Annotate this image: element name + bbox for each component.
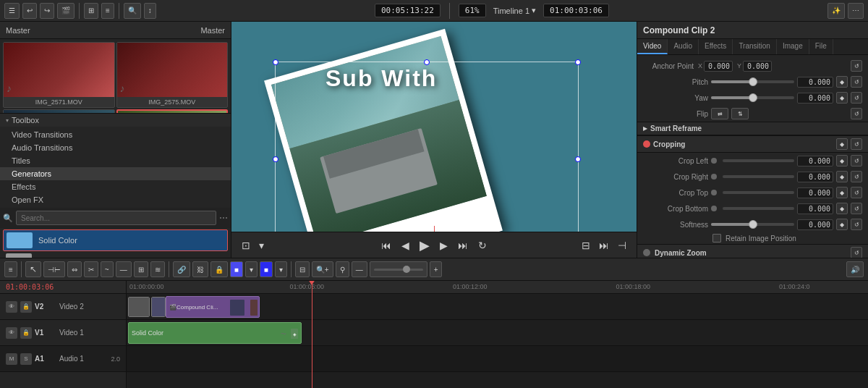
zoom-fit-btn[interactable]: ⊟ (295, 261, 310, 277)
crop-left-reset-btn[interactable]: ↺ (851, 155, 862, 166)
dynamic-zoom-reset-btn[interactable]: ↺ (851, 247, 862, 258)
sidebar-item-effects[interactable]: Effects (0, 180, 231, 193)
cropping-reset-btn[interactable]: ↺ (851, 138, 862, 150)
sidebar-item-titles[interactable]: Titles (0, 154, 231, 167)
yaw-value[interactable]: 0.000 (797, 93, 833, 104)
crop-bottom-reset-btn[interactable]: ↺ (851, 203, 862, 214)
list-view-btn[interactable]: ≡ (101, 3, 114, 19)
media-item-selected[interactable]: IMG_7982.JPG (116, 109, 229, 113)
audio-level-btn[interactable]: 🔊 (846, 261, 864, 277)
dynamic-trim-btn[interactable]: ⇔ (67, 261, 82, 277)
loop-btn[interactable]: ↻ (475, 238, 490, 253)
timeline-dropdown-icon[interactable]: ▾ (532, 6, 536, 15)
marker-dropdown[interactable]: ▾ (275, 261, 287, 277)
flip-reset-btn[interactable]: ↺ (851, 108, 862, 119)
playhead-timecode[interactable]: 01:00:03:06 (543, 4, 609, 17)
toolbox-header[interactable]: ▾ Toolbox (0, 114, 231, 127)
media-item[interactable]: IMG_2638.MOV (3, 109, 115, 113)
trim-tool-btn[interactable]: ⊣⊢ (43, 261, 65, 277)
crop-bottom-slider[interactable] (723, 207, 794, 210)
tab-file[interactable]: File (809, 39, 833, 54)
search-btn[interactable]: 🔍 (124, 3, 141, 19)
a1-mute-icon[interactable]: M (6, 353, 17, 365)
crop-left-keyframe-btn[interactable]: ◆ (836, 155, 848, 166)
lock-btn[interactable]: 🔒 (210, 261, 228, 277)
marker-btn[interactable]: ■ (260, 261, 273, 277)
smart-reframe-section[interactable]: ▶ Smart Reframe (637, 122, 868, 135)
v1-solid-color-clip[interactable]: Solid Color 〜 ◈ (128, 322, 302, 344)
play-btn[interactable]: ▶ (417, 236, 433, 255)
timeline-settings-btn[interactable]: ≡ (4, 261, 17, 277)
undo-btn[interactable]: ↩ (22, 3, 37, 19)
razor-btn[interactable]: ✂ (84, 261, 98, 277)
tab-effects[interactable]: Effects (699, 39, 733, 54)
frame-size-btn[interactable]: ⊡ (239, 238, 253, 253)
crop-top-slider[interactable] (723, 191, 794, 194)
tab-transition[interactable]: Transition (733, 39, 777, 54)
softness-slider[interactable] (711, 223, 794, 226)
zoom-max-btn[interactable]: + (430, 261, 443, 277)
cropping-keyframe-btn[interactable]: ◆ (836, 138, 848, 150)
v1-lock-icon[interactable]: 🔒 (20, 327, 32, 339)
grid-view-btn[interactable]: ⊞ (84, 3, 98, 19)
v1-eye-icon[interactable]: 👁 (6, 327, 17, 339)
search-options-icon[interactable]: ⋯ (219, 213, 228, 223)
sidebar-item-audio-transitions[interactable]: Audio Transitions (0, 141, 231, 154)
tab-image[interactable]: Image (777, 39, 809, 54)
generator-window[interactable]: Window (3, 251, 228, 258)
dynamic-zoom-dot[interactable] (643, 249, 650, 256)
retain-image-checkbox[interactable] (712, 234, 721, 242)
pitch-value[interactable]: 0.000 (797, 77, 833, 88)
step-back-btn[interactable]: ◀ (399, 238, 412, 253)
crop-left-slider[interactable] (723, 159, 794, 162)
zoom-out-btn[interactable]: ⚲ (336, 261, 349, 277)
sort-btn[interactable]: ↕ (144, 3, 156, 19)
zoom-in-btn[interactable]: 🔍+ (312, 261, 333, 277)
anchor-reset-btn[interactable]: ↺ (851, 60, 862, 72)
pitch-keyframe-btn[interactable]: ◆ (836, 76, 848, 88)
tab-video[interactable]: Video (637, 39, 668, 54)
media-item[interactable]: ♪ IMG_2571.MOV (3, 42, 115, 108)
tab-audio[interactable]: Audio (668, 39, 699, 54)
a1-solo-icon[interactable]: S (20, 353, 32, 365)
track-select-btn[interactable]: — (116, 261, 132, 277)
yaw-slider[interactable] (711, 96, 794, 99)
media-icon-btn[interactable]: 🎬 (57, 3, 75, 19)
v2-mini-clip-1[interactable] (128, 297, 150, 317)
flip-h-btn[interactable]: ⇄ (711, 108, 728, 119)
redo-btn[interactable]: ↪ (40, 3, 54, 19)
v2-compound-clip[interactable]: 🎬 Compound Cli... (166, 296, 260, 318)
speed-change-btn[interactable]: ≋ (150, 261, 165, 277)
chain-btn[interactable]: ⛓ (192, 261, 208, 277)
select-tool-btn[interactable]: ↖ (25, 261, 41, 277)
media-browser-tab[interactable]: Master (6, 26, 30, 35)
next-clip-btn[interactable]: ⏭ (596, 238, 612, 253)
softness-value[interactable]: 0.000 (797, 219, 833, 230)
skip-to-end-btn[interactable]: ⏭ (455, 238, 471, 253)
link-btn[interactable]: 🔗 (173, 261, 190, 277)
pitch-slider[interactable] (711, 80, 794, 83)
zoom-slider-btn[interactable] (370, 261, 427, 277)
position-tool-btn[interactable]: ⊞ (134, 261, 148, 277)
softness-reset-btn[interactable]: ↺ (851, 219, 862, 230)
generator-solid-color[interactable]: Solid Color (3, 229, 228, 251)
crop-top-reset-btn[interactable]: ↺ (851, 187, 862, 198)
v2-lock-icon[interactable]: 🔒 (20, 301, 32, 313)
crop-bottom-value[interactable]: 0.000 (797, 203, 833, 214)
v2-mini-clip-2[interactable] (151, 297, 166, 317)
search-input[interactable] (16, 211, 216, 225)
handle-tl[interactable] (273, 59, 278, 65)
fullscreen-btn[interactable]: ⊟ (579, 238, 593, 253)
handle-rm[interactable] (575, 156, 581, 162)
crop-left-value[interactable]: 0.000 (797, 156, 833, 166)
handle-tr[interactable] (575, 59, 581, 65)
v2-eye-icon[interactable]: 👁 (6, 301, 17, 313)
sidebar-item-open-fx[interactable]: Open FX (0, 193, 231, 206)
handle-lm[interactable] (273, 156, 278, 162)
softness-keyframe-btn[interactable]: ◆ (836, 219, 848, 230)
anchor-x-value[interactable]: 0.000 (704, 61, 733, 72)
mark-in-btn[interactable]: ⊣ (615, 238, 629, 253)
crop-right-keyframe-btn[interactable]: ◆ (836, 171, 848, 182)
anchor-y-value[interactable]: 0.000 (743, 61, 772, 72)
pitch-reset-btn[interactable]: ↺ (851, 76, 862, 88)
